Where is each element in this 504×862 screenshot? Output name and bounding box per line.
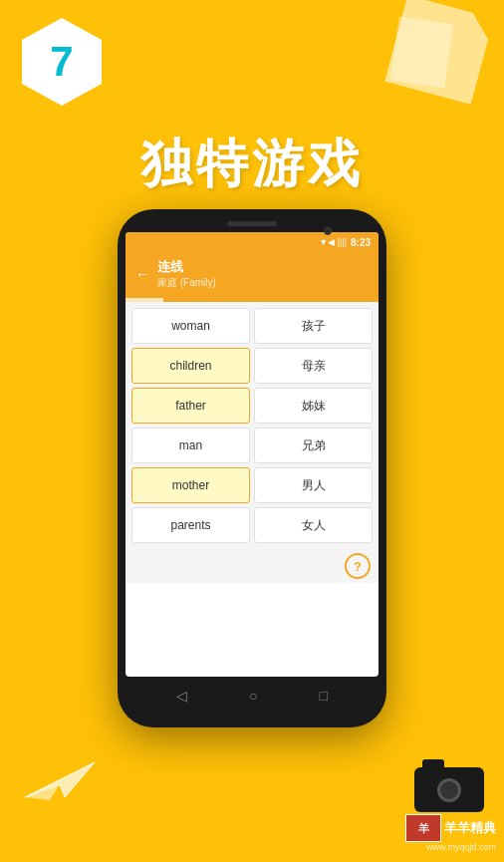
- svg-marker-1: [25, 784, 60, 800]
- clock-display: 8:23: [351, 237, 371, 248]
- status-bar: ▼◀ |||| 8:23: [126, 232, 378, 252]
- badge-number: 7: [50, 41, 73, 83]
- word-cell-parents[interactable]: parents: [131, 507, 250, 543]
- word-cell-nvren[interactable]: 女人: [254, 507, 373, 543]
- app-header: ← 连线 家庭 (Family): [126, 252, 378, 298]
- paper-plane-decoration: [20, 742, 100, 802]
- watermark-logo-char: 羊: [418, 821, 429, 836]
- phone-screen: ▼◀ |||| 8:23 ← 连线 家庭 (Family) woman 孩子: [126, 232, 378, 677]
- svg-marker-0: [25, 762, 95, 797]
- word-cell-man[interactable]: man: [131, 428, 250, 463]
- word-cell-mother[interactable]: mother: [131, 467, 250, 503]
- nav-back-button[interactable]: ◁: [176, 688, 187, 704]
- watermark-logo-group: 羊 羊羊精典: [405, 814, 496, 842]
- word-cell-nanren[interactable]: 男人: [254, 467, 373, 503]
- watermark-url: www.myqqjd.com: [426, 842, 496, 852]
- word-cell-haizi[interactable]: 孩子: [254, 308, 373, 344]
- nav-recent-button[interactable]: □: [320, 688, 328, 704]
- phone-speaker: [227, 221, 277, 226]
- help-button-area: ?: [126, 549, 378, 583]
- badge-container: 7: [22, 18, 102, 106]
- back-button[interactable]: ←: [135, 266, 149, 282]
- decoration-paper-2: [390, 16, 454, 88]
- word-cell-children[interactable]: children: [131, 348, 250, 384]
- phone-outer: ▼◀ |||| 8:23 ← 连线 家庭 (Family) woman 孩子: [118, 209, 386, 727]
- nav-home-button[interactable]: ○: [249, 688, 257, 704]
- watermark-brand-name: 羊羊精典: [444, 819, 496, 837]
- phone-nav: ◁ ○ □: [126, 677, 378, 715]
- watermark: 羊 羊羊精典 www.myqqjd.com: [405, 814, 496, 852]
- word-cell-muqin[interactable]: 母亲: [254, 348, 373, 384]
- word-cell-father[interactable]: father: [131, 388, 250, 424]
- signal-icon: ▼◀ ||||: [319, 237, 347, 247]
- header-text-group: 连线 家庭 (Family): [157, 258, 216, 290]
- word-cell-woman[interactable]: woman: [131, 308, 250, 344]
- app-title: 连线: [157, 258, 216, 276]
- phone-container: ▼◀ |||| 8:23 ← 连线 家庭 (Family) woman 孩子: [118, 209, 386, 727]
- phone-camera: [324, 227, 332, 235]
- main-title: 独特游戏: [0, 130, 504, 199]
- camera-top: [422, 759, 444, 767]
- hexagon-shape: 7: [22, 18, 102, 106]
- help-button[interactable]: ?: [345, 553, 371, 579]
- watermark-logo-box: 羊: [405, 814, 441, 842]
- camera-body: [414, 767, 484, 812]
- word-grid: woman 孩子 children 母亲 father 姊妹 man 兄弟 mo…: [126, 302, 378, 549]
- camera-lens: [437, 778, 461, 802]
- word-cell-zimei[interactable]: 姊妹: [254, 388, 373, 424]
- word-cell-xiongdi[interactable]: 兄弟: [254, 428, 373, 463]
- app-subtitle: 家庭 (Family): [157, 276, 216, 290]
- progress-bar-fill: [126, 298, 163, 302]
